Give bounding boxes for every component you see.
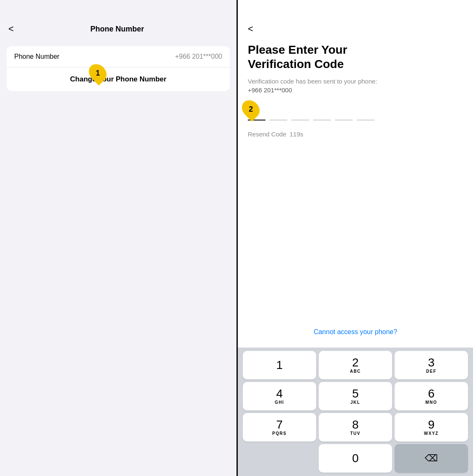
key-8[interactable]: 8 TUV: [319, 413, 392, 442]
left-title: Phone Number: [19, 25, 216, 34]
verification-subtitle: Verification code has been sent to your …: [248, 78, 463, 85]
phone-number-row: Phone Number +966 201***000: [7, 46, 230, 68]
key-4[interactable]: 4 GHI: [243, 382, 316, 411]
resend-label: Resend Code: [248, 131, 286, 138]
key-5[interactable]: 5 JKL: [319, 382, 392, 411]
code-input-area: 2: [238, 105, 473, 126]
keypad-row-1: 1 2 ABC 3 DEF: [239, 351, 471, 379]
keypad-row-4: 0 ⌫: [239, 444, 471, 473]
key-1[interactable]: 1: [243, 351, 316, 379]
cannot-access-container: Cannot access your phone?: [238, 138, 473, 348]
verification-title: Please Enter YourVerification Code: [248, 43, 463, 71]
key-3[interactable]: 3 DEF: [395, 351, 468, 379]
left-header: < Phone Number: [0, 0, 236, 41]
left-content-card: Phone Number +966 201***000 1 Change You…: [7, 46, 230, 91]
step2-number: 2: [249, 105, 253, 114]
left-panel: < Phone Number Phone Number +966 201***0…: [0, 0, 236, 476]
step1-number: 1: [96, 69, 100, 78]
keypad-row-3: 7 PQRS 8 TUV 9 WXYZ: [239, 413, 471, 442]
key-6[interactable]: 6 MNO: [395, 382, 468, 411]
keypad: 1 2 ABC 3 DEF 4 GHI 5 JKL 6 MNO: [238, 348, 473, 476]
key-9[interactable]: 9 WXYZ: [395, 413, 468, 442]
code-boxes-container: [248, 105, 463, 120]
code-box-2[interactable]: [270, 105, 287, 120]
resend-row: Resend Code 119s: [238, 131, 473, 138]
code-box-5[interactable]: [335, 105, 353, 120]
verification-phone: +966 201***000: [248, 86, 463, 94]
key-7[interactable]: 7 PQRS: [243, 413, 316, 442]
phone-number-value: +966 201***000: [175, 53, 222, 60]
change-phone-row[interactable]: 1 Change Your Phone Number: [7, 68, 230, 91]
cannot-access-link[interactable]: Cannot access your phone?: [314, 328, 397, 336]
delete-icon: ⌫: [425, 453, 438, 464]
right-panel: < Please Enter YourVerification Code Ver…: [238, 0, 473, 476]
right-back-button[interactable]: <: [248, 24, 253, 34]
key-2[interactable]: 2 ABC: [319, 351, 392, 379]
key-empty: [243, 444, 316, 473]
key-delete[interactable]: ⌫: [395, 444, 468, 473]
phone-number-label: Phone Number: [14, 53, 60, 60]
left-back-button[interactable]: <: [8, 24, 14, 34]
change-phone-label: Change Your Phone Number: [70, 75, 166, 84]
key-0[interactable]: 0: [319, 444, 392, 473]
right-header: < Please Enter YourVerification Code Ver…: [238, 0, 473, 105]
code-box-4[interactable]: [313, 105, 331, 120]
code-box-6[interactable]: [357, 105, 374, 120]
resend-timer: 119s: [290, 131, 304, 138]
keypad-row-2: 4 GHI 5 JKL 6 MNO: [239, 382, 471, 411]
code-box-3[interactable]: [291, 105, 309, 120]
